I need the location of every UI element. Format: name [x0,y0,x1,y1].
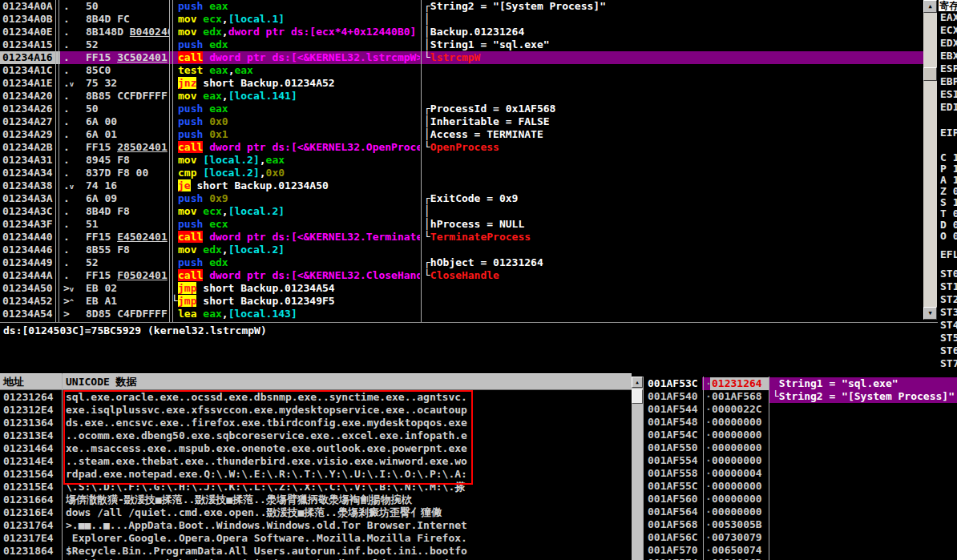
disassembly-pane[interactable]: 01234A0A.50push eax┌String2 = "[System P… [0,0,923,320]
dump-row[interactable]: 012316E4dows /all /quiet..cmd.exe.open..… [0,506,632,519]
disasm-row[interactable]: 01234A16.FF15 3C502401call dword ptr ds:… [0,51,923,64]
instruction-disasm: call dword ptr ds:[<&KERNEL32.lstrcmpW>] [178,51,420,64]
disasm-row[interactable]: 01234A38.v74 16je short Backup.01234A50 [0,179,923,192]
dump-row[interactable]: 01231664塲倴潵散獚-敪湲技■揉萢..敪湲技■揉萢..澩塲臂獵抦敬澩塲裪劊… [0,494,632,506]
stack-row[interactable]: 001AF558·00000004 [643,467,957,480]
register-row[interactable]: ESI [939,88,957,101]
stack-row[interactable]: 001AF544·0000022C [643,403,957,416]
register-row[interactable]: P 1 [939,163,957,175]
instruction-address: 01234A16 [2,51,53,64]
register-row[interactable]: EAX [939,11,957,24]
stack-address: 001AF56C [648,531,698,544]
register-row[interactable]: Z 0 [939,186,957,197]
register-row[interactable]: ST2 [939,293,957,306]
stack-value: 00730079 [712,531,762,544]
stack-row[interactable]: 001AF564·00000000 [643,506,957,518]
scroll-up-icon[interactable]: ▲ [632,377,643,388]
register-row[interactable]: ST7 [939,357,957,370]
dump-address: 012317E4 [3,532,54,545]
disasm-row[interactable]: 01234A26.50push eax┌ProcessId = 0x1AF568 [0,103,923,115]
stack-row[interactable]: 001AF568·0053005B [643,518,957,531]
registers-pane[interactable]: 寄存器 (FPU) EAXECXEDXEBXESPEBPESIEDIEIPC 1… [939,0,957,372]
disasm-row[interactable]: 01234A3F.51push ecx│hProcess = NULL [0,218,923,231]
stack-pane[interactable]: 001AF53C·01231264 String1 = "sql.exe"001… [643,377,957,560]
register-row[interactable]: T 0 [939,208,957,220]
dump-row[interactable]: 01231764>.■■..■...AppData.Boot..Windows.… [0,519,632,532]
dump-scrollbar[interactable]: ▲ [632,377,643,560]
scroll-up-icon[interactable]: ▲ [923,0,937,13]
dump-address: 01231464 [3,442,54,455]
dump-address: 01231664 [3,494,54,506]
disasm-row[interactable]: 01234A0B.8B4D FCmov ecx,[local.1]│ [0,13,923,26]
stack-row[interactable]: 001AF54C·00000000 [643,429,957,441]
dump-address: 012313E4 [3,429,54,442]
disasm-row[interactable]: 01234A31.8945 F8mov [local.2],eax [0,154,923,167]
register-row[interactable]: S 1 [939,197,957,208]
register-row[interactable]: ST5 [939,332,957,344]
register-row[interactable]: ST0 [939,268,957,280]
dump-scrollbar-thumb[interactable] [632,389,643,404]
disasm-row[interactable]: 01234A40.FF15 E4502401call dword ptr ds:… [0,231,923,244]
register-row[interactable]: ST4 [939,319,957,332]
disasm-row[interactable]: 01234A3C.8B4D F8mov ecx,[local.2]│ [0,205,923,218]
stack-dot: · [705,544,712,557]
disasm-row[interactable]: 01234A34.837D F8 00cmp [local.2],0x0 [0,167,923,179]
disasm-row[interactable]: 01234A27.6A 00push 0x0│Inheritable = FAL… [0,115,923,128]
disasm-row[interactable]: 01234A3A.6A 09push 0x9┌ExitCode = 0x9 [0,192,923,205]
register-row[interactable]: EBX [939,50,957,62]
register-row[interactable]: ESP [939,62,957,75]
stack-row[interactable]: 001AF574·0020006D [643,557,957,560]
stack-row[interactable]: 001AF570·00650074 [643,544,957,557]
disasm-row[interactable]: 01234A52>^EB A1└jmp short Backup.012349F… [0,295,923,308]
disasm-row[interactable]: 01234A29.6A 01push 0x1│Access = TERMINAT… [0,128,923,141]
jump-direction-icon: v [70,285,74,293]
dump-header: 地址 UNICODE 数据 [0,373,632,390]
disasm-row[interactable]: 01234A4A.FF15 F0502401call dword ptr ds:… [0,269,923,282]
dump-row[interactable]: 012317E4 Explorer.Google..Opera.Opera So… [0,532,632,545]
instruction-flag: . [63,192,70,205]
register-row[interactable]: EFL [939,248,957,261]
disasm-row[interactable]: 01234A1E.v75 32jnz short Backup.01234A52 [0,77,923,90]
stack-address: 001AF554 [648,454,698,467]
disasm-row[interactable]: 01234A54>8D85 C4FDFFFFlea eax,[local.143… [0,308,923,320]
disasm-row[interactable]: 01234A15.52push edx│String1 = "sql.exe" [0,38,923,51]
dump-row[interactable]: 01231864$Recycle.Bin..ProgramData.All Us… [0,545,632,558]
instruction-comment: │ [424,205,923,218]
stack-row[interactable]: 001AF548·00000000 [643,416,957,429]
register-row[interactable]: EDI [939,101,957,114]
disasm-scrollbar-thumb[interactable] [923,67,937,81]
disasm-scrollbar[interactable]: ▲ ▼ [923,0,937,320]
register-row[interactable]: O 0 [939,231,957,242]
instruction-flag: . [63,64,70,77]
disasm-row[interactable]: 01234A0A.50push eax┌String2 = "[System P… [0,0,923,13]
register-row[interactable]: EDX [939,37,957,50]
disasm-row[interactable]: 01234A1C.85C0test eax,eax [0,64,923,77]
disasm-row[interactable]: 01234A46.8B55 F8mov edx,[local.2] [0,244,923,256]
stack-row[interactable]: 001AF540·001AF568└String2 = "[System Pro… [643,390,957,403]
register-row[interactable]: ST3 [939,306,957,319]
stack-row[interactable]: 001AF53C·01231264 String1 = "sql.exe" [643,377,957,390]
register-row[interactable]: ECX [939,24,957,37]
dump-address: 012316E4 [3,506,54,519]
stack-dot: · [705,531,712,544]
register-row[interactable]: A 1 [939,175,957,186]
stack-row[interactable]: 001AF560·00000000 [643,493,957,506]
register-row[interactable]: D 0 [939,220,957,231]
disasm-row[interactable]: 01234A2B.FF15 28502401call dword ptr ds:… [0,141,923,154]
stack-row[interactable]: 001AF550·00000000 [643,441,957,454]
disasm-row[interactable]: 01234A50>vEB 02jmp short Backup.01234A54 [0,282,923,295]
disasm-row[interactable]: 01234A20.8B85 CCFDFFFFmov eax,[local.141… [0,90,923,103]
stack-row[interactable]: 001AF554·00000000 [643,454,957,467]
disasm-row[interactable]: 01234A0E.8B148D B0402401mov edx,dword pt… [0,26,923,38]
register-row[interactable]: EIP [939,127,957,139]
instruction-address: 01234A38 [2,179,53,192]
register-row[interactable]: C 1 [939,152,957,163]
disasm-row[interactable]: 01234A49.52push edx┌hObject = 01231264 [0,256,923,269]
stack-row[interactable]: 001AF56C·00730079 [643,531,957,544]
stack-row[interactable]: 001AF55C·00000000 [643,480,957,493]
scroll-down-icon[interactable]: ▼ [923,307,937,320]
register-row[interactable]: ST6 [939,344,957,357]
register-row[interactable]: EBP [939,75,957,88]
register-row[interactable]: ST1 [939,280,957,293]
stack-dot: · [705,377,712,390]
